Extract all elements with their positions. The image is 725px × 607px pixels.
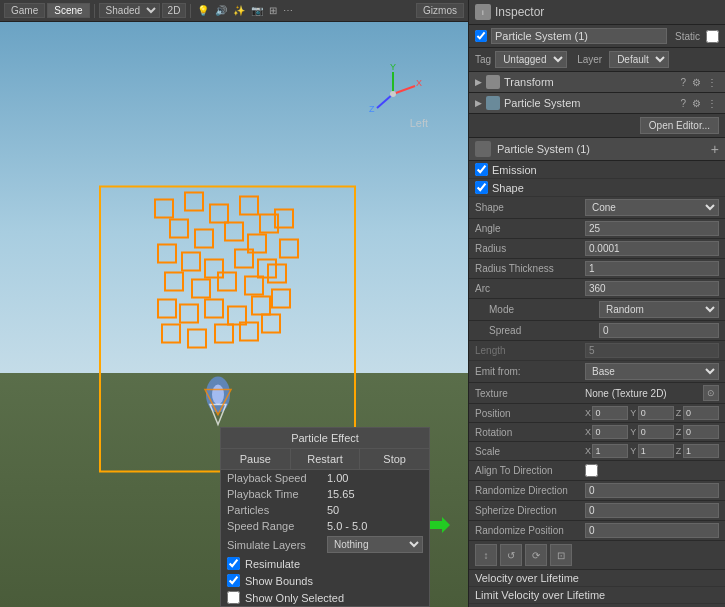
speed-range-row: Speed Range 5.0 - 5.0 (221, 518, 429, 534)
rot-x-input[interactable] (592, 425, 628, 439)
angle-label: Angle (475, 223, 585, 234)
arc-input[interactable] (585, 281, 719, 296)
radius-label: Radius (475, 243, 585, 254)
layer-select[interactable]: Default (609, 51, 669, 68)
ps-enabled-checkbox[interactable] (475, 30, 487, 42)
scale-x-input[interactable] (592, 444, 628, 458)
scale-z-axis: Z (676, 446, 682, 456)
sound-icon[interactable]: 🔊 (213, 5, 229, 16)
camera-icon[interactable]: 📷 (249, 5, 265, 16)
mode-select[interactable]: Random Loop (599, 301, 719, 318)
pos-z-axis: Z (676, 408, 682, 418)
ps-settings[interactable]: ⚙ (690, 98, 703, 109)
rotate-icon-btn[interactable]: ↺ (500, 544, 522, 566)
ps-system-name: Particle System (1) (497, 143, 711, 155)
inspector-body[interactable]: Emission Shape Shape Cone Sphere Box Ang… (469, 161, 725, 607)
pause-button[interactable]: Pause (221, 449, 291, 469)
ps-help[interactable]: ? (678, 98, 688, 109)
emission-checkbox[interactable] (475, 163, 488, 176)
arc-row: Arc (469, 279, 725, 299)
align-direction-checkbox[interactable] (585, 464, 598, 477)
limit-velocity-module[interactable]: Limit Velocity over Lifetime (469, 587, 725, 604)
mode-row: Mode Random Loop (469, 299, 725, 321)
angle-input[interactable] (585, 221, 719, 236)
spherize-direction-row: Spherize Direction (469, 501, 725, 521)
randomize-direction-label: Randomize Direction (475, 485, 585, 496)
scale-row: Scale X Y Z (469, 442, 725, 461)
show-only-selected-checkbox[interactable] (227, 591, 240, 604)
svg-text:X: X (416, 78, 422, 88)
spherize-direction-input[interactable] (585, 503, 719, 518)
transform-menu[interactable]: ⋮ (705, 77, 719, 88)
game-tab[interactable]: Game (4, 3, 45, 18)
transform-label: Transform (504, 76, 678, 88)
shading-mode-select[interactable]: Shaded (99, 3, 160, 18)
rot-z-input[interactable] (683, 425, 719, 439)
length-input[interactable] (585, 343, 719, 358)
position-fields: X Y Z (585, 406, 719, 420)
move-icon-btn[interactable]: ↕ (475, 544, 497, 566)
velocity-lifetime-module[interactable]: Velocity over Lifetime (469, 570, 725, 587)
transform-settings[interactable]: ⚙ (690, 77, 703, 88)
shape-checkbox[interactable] (475, 181, 488, 194)
particle-system-header[interactable]: ▶ Particle System ? ⚙ ⋮ (469, 93, 725, 114)
pe-title: Particle Effect (221, 428, 429, 449)
svg-line-39 (393, 86, 415, 94)
playback-speed-row: Playback Speed 1.00 (221, 470, 429, 486)
inspector-panel: i Inspector Static Tag Untagged Layer De… (468, 0, 725, 607)
texture-picker-btn[interactable]: ⊙ (703, 385, 719, 401)
show-bounds-checkbox[interactable] (227, 574, 240, 587)
inspector-icon: i (475, 4, 491, 20)
scale-z-input[interactable] (683, 444, 719, 458)
rot-y-input[interactable] (638, 425, 674, 439)
pos-x-input[interactable] (592, 406, 628, 420)
scale-icon-btn[interactable]: ⟳ (525, 544, 547, 566)
resimulate-checkbox[interactable] (227, 557, 240, 570)
emission-toggle[interactable]: Emission (469, 161, 725, 179)
speed-range-value: 5.0 - 5.0 (327, 520, 367, 532)
length-row: Length (469, 341, 725, 361)
gizmos-button[interactable]: Gizmos (416, 3, 464, 18)
speed-range-label: Speed Range (227, 520, 327, 532)
show-bounds-label: Show Bounds (245, 575, 313, 587)
transform-help[interactable]: ? (678, 77, 688, 88)
emit-from-select[interactable]: Base Volume (585, 363, 719, 380)
scale-y-input[interactable] (638, 444, 674, 458)
transform-arrow: ▶ (475, 77, 482, 87)
radius-input[interactable] (585, 241, 719, 256)
spread-input[interactable] (599, 323, 719, 338)
pos-y-input[interactable] (638, 406, 674, 420)
ps-name-input[interactable] (491, 28, 667, 44)
2d-toggle[interactable]: 2D (162, 3, 187, 18)
simulate-layers-row: Simulate Layers Nothing Everything (221, 534, 429, 555)
more-icon[interactable]: ⋯ (281, 5, 295, 16)
mode-label: Mode (489, 304, 599, 315)
stop-button[interactable]: Stop (360, 449, 429, 469)
randomize-position-input[interactable] (585, 523, 719, 538)
radius-thickness-input[interactable] (585, 261, 719, 276)
effect-icon[interactable]: ✨ (231, 5, 247, 16)
static-label: Static (675, 31, 700, 42)
open-editor-button[interactable]: Open Editor... (640, 117, 719, 134)
light-icon[interactable]: 💡 (195, 5, 211, 16)
pos-z-input[interactable] (683, 406, 719, 420)
static-checkbox[interactable] (706, 30, 719, 43)
tag-select[interactable]: Untagged (495, 51, 567, 68)
particle-effect-panel: Particle Effect Pause Restart Stop Playb… (220, 427, 430, 607)
scene-view[interactable]: Y X Z Left Particle Effect Pause Restart… (0, 22, 468, 607)
restart-button[interactable]: Restart (291, 449, 361, 469)
scene-tab[interactable]: Scene (47, 3, 89, 18)
simulate-layers-select[interactable]: Nothing Everything (327, 536, 423, 553)
grid-icon[interactable]: ⊞ (267, 5, 279, 16)
scale-label: Scale (475, 446, 585, 457)
randomize-direction-input[interactable] (585, 483, 719, 498)
svg-line-41 (377, 94, 393, 108)
ps-component-label: Particle System (504, 97, 678, 109)
pos-z-field: Z (676, 406, 719, 420)
shape-select[interactable]: Cone Sphere Box (585, 199, 719, 216)
shape-toggle[interactable]: Shape (469, 179, 725, 197)
rect-icon-btn[interactable]: ⊡ (550, 544, 572, 566)
ps-add-button[interactable]: + (711, 141, 719, 157)
ps-menu[interactable]: ⋮ (705, 98, 719, 109)
transform-header[interactable]: ▶ Transform ? ⚙ ⋮ (469, 72, 725, 93)
